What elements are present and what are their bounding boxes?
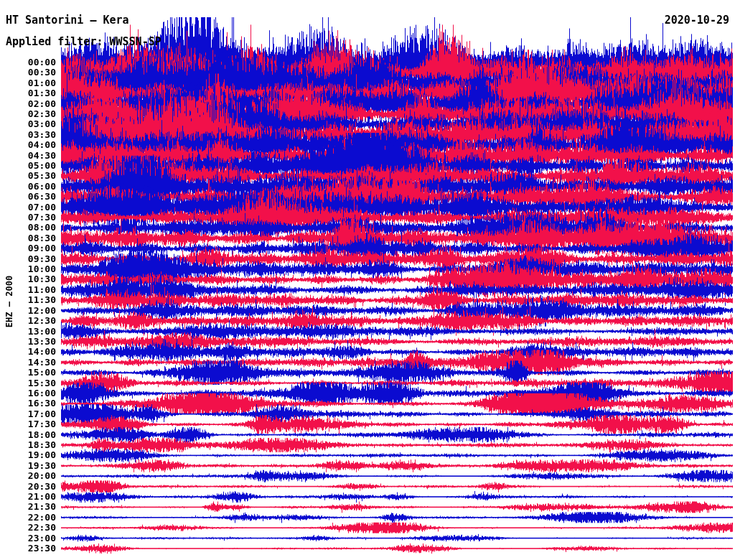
date-label: 2020-10-29: [665, 14, 729, 26]
time-label-17:30: 17:30: [0, 419, 56, 429]
seismogram-canvas: [0, 0, 735, 560]
time-label-19:30: 19:30: [0, 461, 56, 471]
time-label-13:30: 13:30: [0, 337, 56, 347]
time-label-05:30: 05:30: [0, 171, 56, 181]
time-label-03:30: 03:30: [0, 130, 56, 140]
time-label-07:00: 07:00: [0, 202, 56, 213]
time-label-20:30: 20:30: [0, 482, 56, 492]
time-label-13:00: 13:00: [0, 327, 56, 337]
time-label-22:30: 22:30: [0, 523, 56, 533]
helicorder-page: HT Santorini — Kera Applied filter: WWSS…: [0, 0, 735, 560]
time-label-19:00: 19:00: [0, 450, 56, 460]
time-label-08:00: 08:00: [0, 223, 56, 233]
time-label-18:00: 18:00: [0, 430, 56, 440]
time-label-07:30: 07:30: [0, 213, 56, 223]
time-label-23:30: 23:30: [0, 543, 56, 554]
station-title: HT Santorini — Kera: [6, 14, 129, 26]
time-label-04:00: 04:00: [0, 140, 56, 150]
time-label-00:00: 00:00: [0, 57, 56, 67]
time-label-08:30: 08:30: [0, 233, 56, 243]
time-label-15:30: 15:30: [0, 378, 56, 388]
applied-filter-label: Applied filter: WWSSN-SP: [6, 36, 161, 47]
time-label-18:30: 18:30: [0, 440, 56, 450]
time-label-04:30: 04:30: [0, 151, 56, 161]
time-label-03:00: 03:00: [0, 119, 56, 129]
time-label-16:00: 16:00: [0, 388, 56, 398]
time-label-02:30: 02:30: [0, 109, 56, 119]
time-label-21:30: 21:30: [0, 502, 56, 512]
time-label-14:30: 14:30: [0, 358, 56, 368]
time-label-01:30: 01:30: [0, 88, 56, 98]
time-label-20:00: 20:00: [0, 471, 56, 481]
time-label-23:00: 23:00: [0, 533, 56, 543]
channel-axis-label: EHZ — 2000: [4, 276, 14, 327]
time-label-09:00: 09:00: [0, 243, 56, 253]
time-label-22:00: 22:00: [0, 513, 56, 523]
time-label-06:00: 06:00: [0, 182, 56, 192]
time-label-14:00: 14:00: [0, 347, 56, 357]
time-label-15:00: 15:00: [0, 368, 56, 378]
time-label-02:00: 02:00: [0, 99, 56, 109]
time-label-06:30: 06:30: [0, 192, 56, 202]
time-label-00:30: 00:30: [0, 67, 56, 78]
time-label-10:00: 10:00: [0, 264, 56, 274]
time-label-09:30: 09:30: [0, 254, 56, 264]
time-label-05:00: 05:00: [0, 161, 56, 171]
time-label-21:00: 21:00: [0, 492, 56, 502]
time-label-01:00: 01:00: [0, 78, 56, 88]
time-label-17:00: 17:00: [0, 409, 56, 419]
time-label-16:30: 16:30: [0, 398, 56, 409]
